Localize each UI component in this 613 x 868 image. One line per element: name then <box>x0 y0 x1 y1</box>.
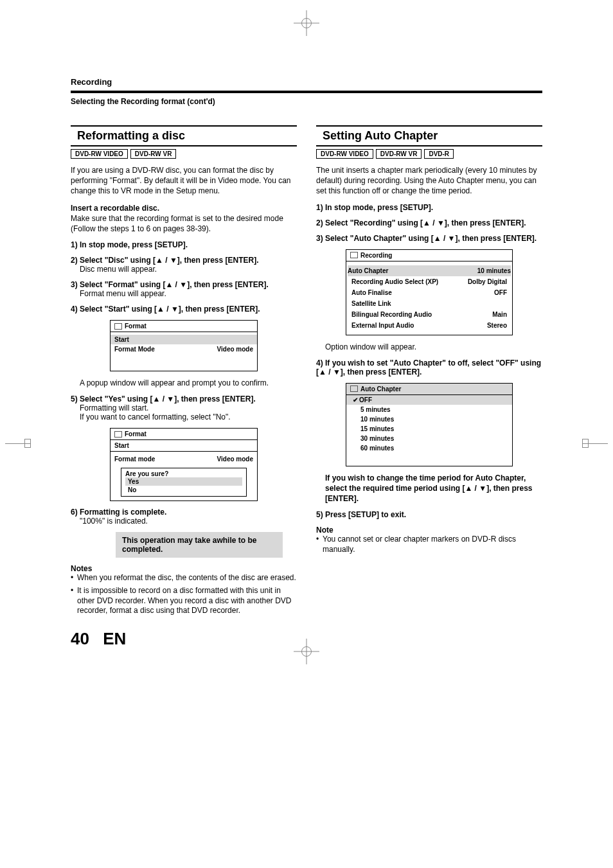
auto-chapter-intro: The unit inserts a chapter mark periodic… <box>316 165 542 197</box>
ac-option-5: 60 minutes <box>360 445 394 452</box>
format-mode-value: Video mode <box>217 346 254 353</box>
ac-option-2: 10 minutes <box>360 416 394 423</box>
badge-dvd-rw-video: DVD-RW VIDEO <box>71 149 128 159</box>
right-column: Setting Auto Chapter DVD-RW VIDEO DVD-RW… <box>316 125 542 619</box>
badge-dvd-r: DVD-R <box>424 149 454 159</box>
rec-row-5-label: External Input Audio <box>351 322 414 329</box>
section-label: Recording <box>71 77 542 87</box>
time-period-desc: If you wish to change the time period fo… <box>325 473 542 504</box>
format-menu-1-start: Start <box>114 336 129 343</box>
left-notes-head: Notes <box>71 564 297 573</box>
option-window-desc: Option window will appear. <box>325 342 542 352</box>
recording-icon <box>350 252 358 258</box>
insert-disc-head: Insert a recordable disc. <box>71 204 159 213</box>
left-step-1: 1) In stop mode, press [SETUP]. <box>71 240 297 249</box>
badge-dvd-rw-vr-r: DVD-RW VR <box>376 149 422 159</box>
left-note-2: It is impossible to record on a disc for… <box>71 586 297 616</box>
rec-row-0-label: Auto Chapter <box>348 267 388 274</box>
left-badges: DVD-RW VIDEO DVD-RW VR <box>71 149 297 159</box>
ac-option-0: OFF <box>359 396 372 403</box>
format-menu-2-start: Start <box>111 440 257 452</box>
format-mode-label-2: Format mode <box>114 456 155 463</box>
rec-row-0-value: 10 minutes <box>477 267 511 274</box>
rec-row-3-label: Satellite Link <box>351 300 391 307</box>
two-column-layout: Reformatting a disc DVD-RW VIDEO DVD-RW … <box>71 125 542 619</box>
confirm-question: Are you sure? <box>125 470 242 477</box>
page-lang: EN <box>103 629 126 648</box>
page-header: Recording Selecting the Recording format… <box>71 77 542 106</box>
auto-chapter-title: Setting Auto Chapter <box>316 125 542 146</box>
rec-row-4-value: Main <box>492 311 507 318</box>
right-note-1: You cannot set or clear chapter markers … <box>316 535 542 554</box>
insert-disc-body: Make sure that the recording format is s… <box>71 214 283 233</box>
ac-option-3: 15 minutes <box>360 425 394 432</box>
page-number: 40 <box>71 629 89 648</box>
format-mode-label: Format Mode <box>114 346 155 353</box>
check-icon: ✔ <box>351 396 359 403</box>
right-step-1: 1) In stop mode, press [SETUP]. <box>316 203 542 212</box>
right-badges: DVD-RW VIDEO DVD-RW VR DVD-R <box>316 149 542 159</box>
subsection-label: Selecting the Recording format (cont'd) <box>71 97 542 106</box>
left-step-6: 6) Formatting is complete. "100%" is ind… <box>71 508 297 526</box>
right-note-head: Note <box>316 526 542 535</box>
recording-menu-title: Recording <box>360 252 392 259</box>
auto-chapter-menu-title: Auto Chapter <box>360 385 401 393</box>
confirm-yes: Yes <box>125 477 242 486</box>
reformat-intro: If you are using a DVD-RW disc, you can … <box>71 165 297 197</box>
left-notes-list: When you reformat the disc, the contents… <box>71 573 297 616</box>
left-step-5: 5) Select "Yes" using [▲ / ▼], then pres… <box>71 394 297 421</box>
format-mode-value-2: Video mode <box>217 456 254 463</box>
badge-dvd-rw-vr: DVD-RW VR <box>130 149 177 159</box>
popup-desc: A popup window will appear and prompt yo… <box>80 378 297 388</box>
warning-box: This operation may take awhile to be com… <box>116 532 283 558</box>
ac-option-1: 5 minutes <box>360 406 391 413</box>
left-step-4: 4) Select "Start" using [▲ / ▼], then pr… <box>71 305 297 314</box>
left-note-1: When you reformat the disc, the contents… <box>71 573 297 583</box>
right-step-4: 4) If you wish to set "Auto Chapter" to … <box>316 359 542 376</box>
right-step-5: 5) Press [SETUP] to exit. <box>316 510 542 519</box>
left-step-3: 3) Select "Format" using [▲ / ▼], then p… <box>71 280 297 298</box>
left-column: Reformatting a disc DVD-RW VIDEO DVD-RW … <box>71 125 297 619</box>
rec-row-4-label: Bilingual Recording Audio <box>351 311 432 318</box>
right-step-2: 2) Select "Recording" using [▲ / ▼], the… <box>316 218 542 227</box>
right-notes-list: You cannot set or clear chapter markers … <box>316 535 542 554</box>
disc-icon <box>114 323 122 330</box>
left-step-2: 2) Select "Disc" using [▲ / ▼], then pre… <box>71 256 297 274</box>
auto-chapter-menu: Auto Chapter ✔ OFF 5 minutes 10 minutes … <box>346 383 513 466</box>
confirm-no: No <box>125 486 242 494</box>
insert-disc-block: Insert a recordable disc. Make sure that… <box>71 203 297 235</box>
format-menu-2-title: Format <box>125 430 147 438</box>
format-menu-1: Format Start Format Mode Video mode <box>110 320 258 371</box>
reformat-title: Reformatting a disc <box>71 125 297 146</box>
rec-row-1-value: Dolby Digital <box>468 278 507 285</box>
disc-icon <box>114 431 122 438</box>
format-menu-1-title: Format <box>125 323 147 330</box>
badge-dvd-rw-video-r: DVD-RW VIDEO <box>316 149 373 159</box>
format-menu-2: Format Start Format mode Video mode Are … <box>110 428 258 501</box>
auto-chapter-icon <box>350 385 358 392</box>
rec-row-2-value: OFF <box>494 289 507 296</box>
header-rule <box>71 91 542 93</box>
ac-option-4: 30 minutes <box>360 435 394 442</box>
recording-menu: Recording Auto Chapter 10 minutes Record… <box>346 249 513 335</box>
rec-row-5-value: Stereo <box>487 322 507 329</box>
confirm-popup: Are you sure? Yes No <box>121 468 247 497</box>
rec-row-2-label: Auto Finalise <box>351 289 392 296</box>
rec-row-1-label: Recording Audio Select (XP) <box>351 278 438 285</box>
right-step-3: 3) Select "Auto Chapter" using [▲ / ▼], … <box>316 234 542 243</box>
